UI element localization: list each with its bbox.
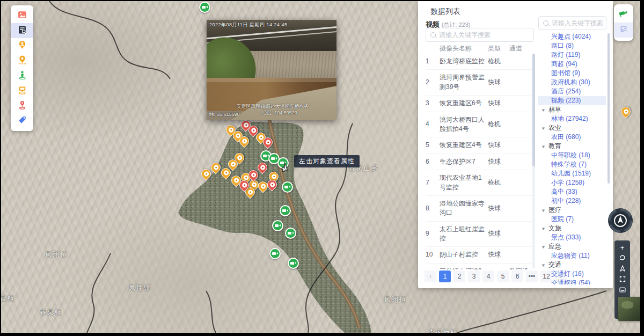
image-layer-button[interactable] — [11, 8, 33, 23]
data-list-toggle-button[interactable] — [614, 23, 633, 38]
tree-item-label: 高中 (33) — [551, 188, 577, 195]
table-row[interactable]: 5恢复重建区4号快球 — [426, 137, 532, 154]
page-button[interactable]: 2 — [453, 271, 465, 282]
page-button[interactable]: 4 — [482, 271, 494, 282]
table-row[interactable]: 11三岔镇古河滩03号监控点位枪机数字通道 — [426, 264, 532, 269]
camera-marker[interactable] — [285, 228, 296, 239]
tree-item[interactable]: 图书馆 (9) — [538, 69, 606, 78]
tree-item[interactable]: ▼医疗 — [538, 206, 606, 215]
page-button[interactable]: 1 — [439, 271, 451, 282]
tree-item[interactable]: 中等职校 (18) — [538, 151, 606, 160]
table-row[interactable]: 3恢复重建区6号快球 — [426, 96, 532, 112]
tree-item[interactable]: ▼教育 — [538, 142, 606, 151]
camera-pin-marker[interactable] — [211, 163, 221, 172]
tree-item-label: 教育 — [548, 142, 561, 150]
camera-pin-marker[interactable] — [221, 168, 231, 178]
locate-button[interactable] — [614, 264, 630, 274]
camera-marker[interactable] — [280, 205, 291, 216]
camera-marker[interactable] — [272, 220, 283, 231]
page-button[interactable]: 5 — [497, 271, 509, 282]
table-row[interactable]: 9太石上咀红崖监控快球 — [426, 222, 532, 247]
tree-item[interactable]: 商超 (94) — [538, 60, 606, 69]
camera-pin-marker[interactable] — [263, 137, 273, 147]
tree-item[interactable]: 政府机构 (30) — [538, 78, 606, 87]
more-pages[interactable]: ••• — [526, 271, 538, 282]
page-button[interactable]: 3 — [468, 271, 480, 282]
data-list-button[interactable] — [11, 23, 33, 38]
tree-item[interactable]: 高中 (33) — [538, 187, 606, 196]
person-poi-button[interactable] — [11, 38, 33, 53]
row-index: 4 — [426, 120, 440, 129]
tree-item[interactable]: 交通灯 (16) — [538, 269, 606, 279]
page-button[interactable]: 6 — [511, 271, 523, 282]
camera-pin-marker[interactable] — [239, 136, 249, 146]
tree-item[interactable]: 兴趣点 (4024) — [538, 32, 606, 41]
tree-item[interactable]: 幼儿园 (1519) — [538, 169, 606, 178]
tree-item[interactable]: ▼应急 — [538, 242, 606, 251]
monitor-poi-button[interactable] — [11, 83, 33, 98]
tree-item[interactable]: 特殊学校 (7) — [538, 160, 606, 169]
camera-marker[interactable] — [199, 2, 210, 13]
tree-item[interactable]: ▼文旅 — [538, 224, 606, 233]
camera-marker[interactable] — [269, 248, 281, 259]
tree-item[interactable]: 小学 (1258) — [538, 178, 606, 187]
tree-item[interactable]: 酒店 (254) — [538, 87, 606, 96]
camera-icon — [199, 2, 210, 13]
tree-item[interactable]: 交通枢纽 (54) — [538, 279, 606, 284]
camera-pin-marker[interactable] — [248, 126, 258, 135]
tree-item-label: 政府机构 (30) — [551, 78, 590, 86]
compass-control[interactable] — [607, 207, 634, 234]
category-name: 视频 — [426, 20, 440, 28]
table-row[interactable]: 2洮河周界预警监测39号快球 — [426, 70, 532, 96]
tree-item[interactable]: 视频 (223) — [538, 96, 606, 105]
street-view-button[interactable] — [11, 68, 33, 83]
tree-scrollbar[interactable] — [608, 33, 610, 184]
tree-item[interactable]: 景点 (333) — [538, 233, 606, 242]
overview-minimap[interactable] — [618, 297, 640, 321]
fullscreen-button[interactable] — [614, 274, 630, 285]
list-search-box — [426, 28, 534, 42]
camera-pin-marker[interactable] — [621, 107, 631, 116]
tree-item[interactable]: 医院 (7) — [538, 215, 606, 224]
zoom-in-button[interactable]: + — [614, 242, 630, 253]
reset-rotate-button[interactable] — [614, 253, 630, 264]
tree-item[interactable]: 路灯 (119) — [538, 50, 606, 60]
table-row[interactable]: 10阴山子村监控快球 — [426, 247, 532, 263]
camera-layer-button[interactable] — [614, 8, 633, 23]
camera-icon — [285, 228, 296, 239]
place-pin-button[interactable] — [11, 98, 33, 113]
camera-pin-marker[interactable] — [248, 170, 258, 180]
place-pin-icon — [18, 100, 27, 112]
prev-page-button[interactable]: ‹ — [425, 271, 436, 282]
data-list-icon — [18, 25, 27, 36]
table-row[interactable]: 8湿地公园懂家寺沟口快球 — [426, 196, 532, 222]
camera-pin-marker[interactable] — [258, 163, 267, 172]
table-row[interactable]: 7现代农业基地1号监控枪机 — [426, 170, 532, 196]
camera-marker[interactable] — [282, 181, 293, 193]
tag-icon — [18, 115, 27, 127]
table-row[interactable]: 6生态保护区7快球 — [426, 154, 532, 170]
tree-item[interactable]: 初中 (228) — [538, 196, 606, 206]
tree-item[interactable]: 路口 (8) — [538, 41, 606, 50]
camera-pin-marker[interactable] — [258, 181, 268, 191]
list-search-input[interactable] — [426, 28, 533, 41]
tree-item[interactable]: ▼林草 — [538, 105, 606, 114]
caret-down-icon: ▼ — [541, 261, 546, 269]
tree-item[interactable]: 林地 (27942) — [538, 114, 606, 123]
tree-item[interactable]: 农田 (680) — [538, 133, 606, 142]
tree-item[interactable]: ▼交通 — [538, 260, 606, 269]
snapshot-button[interactable] — [614, 285, 630, 296]
table-scrollbar[interactable] — [532, 54, 535, 268]
camera-type: 快球 — [488, 204, 509, 213]
camera-pin-marker[interactable] — [201, 169, 211, 179]
table-row[interactable]: 4洮河大桥西口人脸抓拍4号枪机 — [426, 112, 532, 138]
camera-pin-marker[interactable] — [267, 180, 277, 189]
tree-search-input[interactable] — [539, 17, 606, 30]
tree-item[interactable]: 应急物资 (11) — [538, 251, 606, 260]
camera-marker[interactable] — [288, 258, 299, 269]
table-row[interactable]: 1卧龙湾桥底监控枪机 — [426, 54, 532, 70]
tag-button[interactable] — [11, 113, 33, 128]
camera-pin-marker[interactable] — [239, 180, 249, 190]
tree-item[interactable]: ▼农业 — [538, 123, 606, 133]
location-pin-button[interactable] — [11, 53, 33, 68]
